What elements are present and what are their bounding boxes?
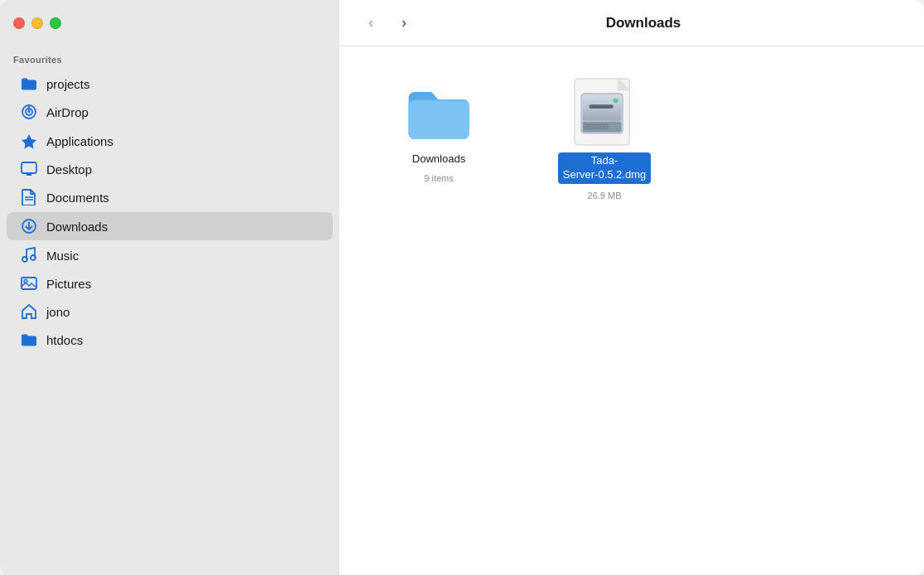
sidebar-item-documents[interactable]: Documents [7, 183, 333, 211]
sidebar: Favourites projects AirDrop [0, 0, 339, 575]
back-icon: ‹ [368, 14, 373, 31]
htdocs-folder-icon [20, 332, 38, 347]
file-name-tada-dmg: Tada- Server-0.5.2.dmg [558, 152, 651, 184]
folder-icon-large [406, 80, 472, 146]
airdrop-icon [20, 104, 38, 120]
folder-icon [20, 76, 38, 91]
file-meta-downloads-folder: 9 items [424, 173, 453, 183]
titlebar [0, 0, 339, 46]
file-name-downloads-folder: Downloads [412, 152, 465, 167]
sidebar-item-airdrop[interactable]: AirDrop [7, 98, 333, 126]
sidebar-label-jono: jono [46, 305, 70, 319]
close-button[interactable] [13, 17, 25, 29]
sidebar-item-jono[interactable]: jono [7, 297, 333, 326]
documents-icon [20, 189, 38, 205]
sidebar-label-documents: Documents [46, 191, 109, 205]
dmg-icon-large [571, 80, 638, 146]
applications-icon [20, 133, 38, 149]
home-icon [20, 303, 38, 320]
sidebar-label-downloads: Downloads [46, 220, 108, 234]
sidebar-label-airdrop: AirDrop [46, 105, 89, 119]
sidebar-item-pictures[interactable]: Pictures [7, 270, 333, 297]
forward-icon: › [402, 14, 407, 31]
window-title: Downloads [426, 15, 861, 31]
music-icon [20, 247, 38, 263]
svg-rect-13 [22, 278, 36, 289]
svg-rect-19 [589, 104, 613, 109]
pictures-icon [20, 276, 38, 291]
minimize-button[interactable] [31, 17, 43, 29]
sidebar-label-music: Music [46, 249, 79, 263]
maximize-button[interactable] [50, 17, 61, 29]
sidebar-item-desktop[interactable]: Desktop [7, 156, 333, 182]
main-toolbar: ‹ › Downloads [339, 0, 924, 46]
file-meta-tada-dmg: 26.9 MB [588, 191, 622, 201]
sidebar-item-projects[interactable]: projects [7, 70, 333, 97]
favourites-label: Favourites [0, 46, 339, 70]
sidebar-item-applications[interactable]: Applications [7, 127, 333, 155]
sidebar-label-pictures: Pictures [46, 277, 91, 291]
sidebar-content: Favourites projects AirDrop [0, 46, 339, 575]
sidebar-label-htdocs: htdocs [46, 333, 83, 347]
file-item-tada-dmg[interactable]: Tada- Server-0.5.2.dmg 26.9 MB [555, 80, 654, 201]
main-content: Downloads 9 items [339, 46, 924, 575]
sidebar-label-projects: projects [46, 77, 90, 91]
forward-button[interactable]: › [392, 12, 416, 35]
sidebar-label-applications: Applications [46, 134, 113, 148]
sidebar-label-desktop: Desktop [46, 162, 92, 176]
file-item-downloads-folder[interactable]: Downloads 9 items [389, 80, 488, 183]
svg-rect-21 [585, 123, 609, 130]
downloads-icon [20, 218, 38, 234]
sidebar-item-htdocs[interactable]: htdocs [7, 326, 333, 353]
back-button[interactable]: ‹ [359, 12, 383, 35]
sidebar-item-downloads[interactable]: Downloads [7, 212, 333, 240]
svg-point-20 [614, 98, 618, 103]
sidebar-item-music[interactable]: Music [7, 241, 333, 269]
main-panel: ‹ › Downloads Downloads 9 items [339, 0, 924, 575]
desktop-icon [20, 162, 38, 176]
svg-rect-4 [22, 162, 36, 173]
